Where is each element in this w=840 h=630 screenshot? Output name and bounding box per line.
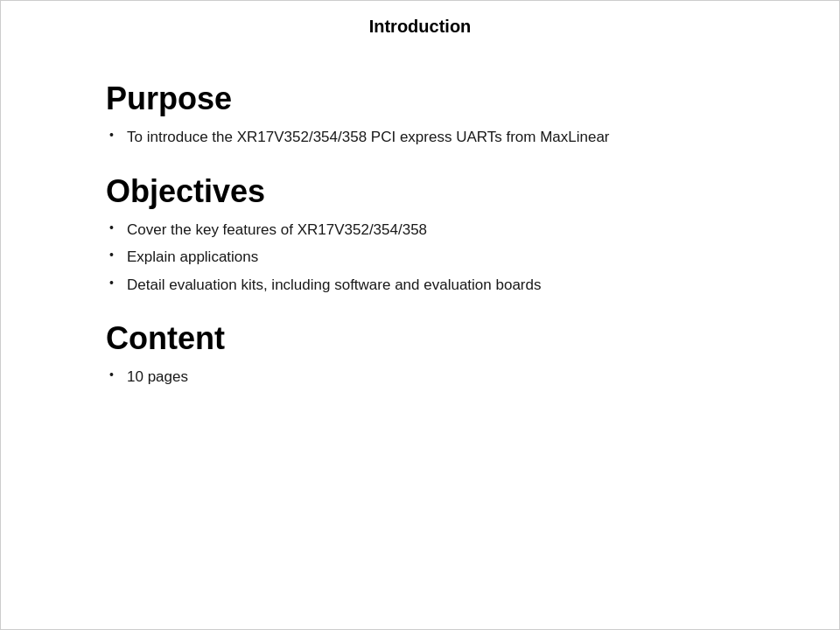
- section-objectives: Objectives Cover the key features of XR1…: [106, 173, 752, 297]
- slide-title: Introduction: [1, 1, 839, 46]
- objectives-heading: Objectives: [106, 173, 752, 210]
- section-purpose: Purpose To introduce the XR17V352/354/35…: [106, 80, 752, 149]
- section-content: Content 10 pages: [106, 320, 752, 388]
- list-item: 10 pages: [106, 366, 752, 388]
- slide: Introduction Purpose To introduce the XR…: [0, 0, 840, 630]
- list-item: Explain applications: [106, 246, 752, 269]
- slide-content: Purpose To introduce the XR17V352/354/35…: [1, 46, 839, 629]
- content-heading: Content: [106, 320, 752, 357]
- list-item: Cover the key features of XR17V352/354/3…: [106, 219, 752, 242]
- content-bullet-list: 10 pages: [106, 366, 752, 388]
- list-item: Detail evaluation kits, including softwa…: [106, 274, 752, 297]
- list-item: To introduce the XR17V352/354/358 PCI ex…: [106, 126, 752, 149]
- purpose-bullet-list: To introduce the XR17V352/354/358 PCI ex…: [106, 126, 752, 149]
- objectives-bullet-list: Cover the key features of XR17V352/354/3…: [106, 219, 752, 297]
- purpose-heading: Purpose: [106, 80, 752, 117]
